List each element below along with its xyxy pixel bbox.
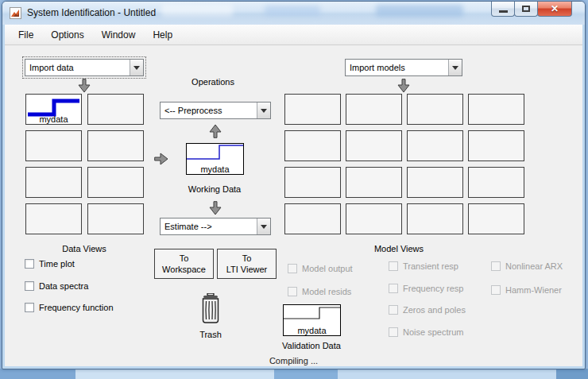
- model-board-cell[interactable]: [468, 94, 524, 125]
- menu-help[interactable]: Help: [144, 26, 181, 44]
- desktop-strip: [338, 369, 556, 379]
- checkbox-box: [491, 261, 501, 271]
- validation-data-box[interactable]: mydata: [283, 304, 341, 336]
- operations-title: Operations: [165, 77, 261, 87]
- data-board-cell[interactable]: [25, 167, 82, 198]
- checkbox-box: [288, 264, 297, 273]
- import-models-value: Import models: [346, 60, 448, 75]
- chevron-down-icon[interactable]: [257, 102, 270, 118]
- to-lti-viewer-button[interactable]: ToLTI Viewer: [217, 249, 277, 279]
- maximize-icon: [522, 6, 530, 12]
- chevron-down-icon[interactable]: [257, 219, 270, 234]
- checkbox-box[interactable]: [25, 303, 34, 312]
- checkbox-box[interactable]: [25, 259, 34, 269]
- checkbox-box: [389, 327, 398, 337]
- checkbox-label: Transient resp: [403, 261, 458, 271]
- checkbox-box[interactable]: [25, 281, 34, 291]
- working-data-name: mydata: [187, 164, 243, 174]
- maximize-button[interactable]: [514, 2, 538, 17]
- checkbox-label: Nonlinear ARX: [505, 261, 563, 271]
- model-board-cell[interactable]: [407, 167, 463, 198]
- window-title: System Identification - Untitled: [27, 7, 156, 18]
- model-board-cell[interactable]: [284, 203, 341, 234]
- model-board-cell[interactable]: [346, 203, 402, 234]
- checkbox-label: Hamm-Wiener: [505, 285, 562, 295]
- model-board-cell[interactable]: [346, 167, 402, 198]
- trash-label: Trash: [163, 330, 258, 339]
- button-label: Workspace: [162, 264, 206, 275]
- chevron-down-icon[interactable]: [130, 60, 143, 75]
- preprocess-value: <-- Preprocess: [161, 102, 257, 118]
- preprocess-dropdown[interactable]: <-- Preprocess: [160, 102, 271, 119]
- data-board-cell[interactable]: mydata: [25, 94, 82, 125]
- button-label: To: [180, 253, 189, 264]
- validation-data-name: mydata: [284, 326, 340, 335]
- checkbox-frequency-resp: Frequency resp: [389, 283, 463, 294]
- checkbox-data-spectra[interactable]: Data spectra: [25, 280, 88, 292]
- checkbox-box: [389, 284, 398, 293]
- arrow-up-icon: [209, 124, 222, 138]
- data-board-cell[interactable]: [87, 167, 144, 198]
- data-board: mydata: [25, 94, 144, 234]
- button-label: LTI Viewer: [226, 264, 268, 275]
- menu-bar: FileOptionsWindowHelp: [5, 25, 582, 45]
- model-board-cell[interactable]: [468, 130, 524, 161]
- checkbox-label: Data spectra: [39, 281, 88, 291]
- checkbox-label: Time plot: [39, 259, 75, 269]
- model-board-cell[interactable]: [284, 130, 341, 161]
- model-board: [284, 94, 524, 234]
- checkbox-box: [288, 287, 297, 296]
- checkbox-label: Noise spectrum: [403, 327, 463, 337]
- chevron-down-icon[interactable]: [448, 60, 462, 75]
- checkbox-model-resids: Model resids: [288, 286, 351, 297]
- checkbox-zeros-and-poles: Zeros and poles: [389, 304, 466, 315]
- title-bar[interactable]: System Identification - Untitled ✕: [2, 2, 585, 25]
- import-data-value: Import data: [25, 60, 130, 75]
- checkbox-label: Frequency function: [39, 303, 114, 312]
- import-data-dropdown[interactable]: Import data: [25, 59, 144, 76]
- data-board-cell[interactable]: [87, 130, 144, 161]
- data-board-cell[interactable]: [87, 203, 144, 234]
- data-views-title: Data Views: [37, 244, 132, 253]
- checkbox-box: [491, 285, 501, 295]
- checkbox-transient-resp: Transient resp: [389, 261, 458, 272]
- checkbox-time-plot[interactable]: Time plot: [25, 258, 75, 269]
- estimate-dropdown[interactable]: Estimate -->: [160, 218, 271, 235]
- checkbox-hamm-wiener: Hamm-Wiener: [491, 284, 562, 296]
- checkbox-label: Frequency resp: [403, 284, 463, 293]
- model-board-cell[interactable]: [284, 94, 341, 125]
- import-models-dropdown[interactable]: Import models: [345, 59, 462, 76]
- to-workspace-button[interactable]: ToWorkspace: [154, 249, 214, 279]
- arrow-down-icon: [78, 79, 91, 93]
- data-board-cell[interactable]: [25, 203, 82, 234]
- checkbox-frequency-function[interactable]: Frequency function: [25, 302, 114, 313]
- model-board-cell[interactable]: [407, 94, 463, 125]
- model-board-cell[interactable]: [407, 203, 463, 234]
- model-board-cell[interactable]: [407, 130, 463, 161]
- status-text: Compiling ...: [5, 356, 582, 365]
- checkbox-label: Model output: [302, 264, 353, 273]
- model-board-cell[interactable]: [468, 167, 524, 198]
- minimize-button[interactable]: [491, 2, 515, 17]
- working-data-box[interactable]: mydata: [186, 143, 244, 175]
- checkbox-label: Zeros and poles: [403, 305, 466, 315]
- menu-window[interactable]: Window: [93, 26, 145, 44]
- checkbox-nonlinear-arx: Nonlinear ARX: [491, 261, 563, 272]
- arrow-right-icon: [154, 153, 168, 165]
- menu-file[interactable]: File: [10, 26, 42, 44]
- desktop-strip: [75, 369, 274, 379]
- working-data-caption: Working Data: [167, 184, 262, 194]
- arrow-down-icon: [209, 201, 222, 215]
- menu-options[interactable]: Options: [42, 26, 92, 44]
- close-button[interactable]: ✕: [537, 2, 572, 17]
- data-board-cell[interactable]: [25, 130, 82, 161]
- model-board-cell[interactable]: [468, 203, 524, 234]
- data-board-cell[interactable]: [87, 94, 144, 125]
- arrow-down-icon: [397, 79, 410, 93]
- model-board-cell[interactable]: [346, 94, 402, 125]
- close-icon: ✕: [551, 3, 559, 14]
- model-board-cell[interactable]: [284, 167, 341, 198]
- model-board-cell[interactable]: [346, 130, 402, 161]
- trash-icon[interactable]: [199, 293, 222, 327]
- desktop-strip: [0, 369, 75, 379]
